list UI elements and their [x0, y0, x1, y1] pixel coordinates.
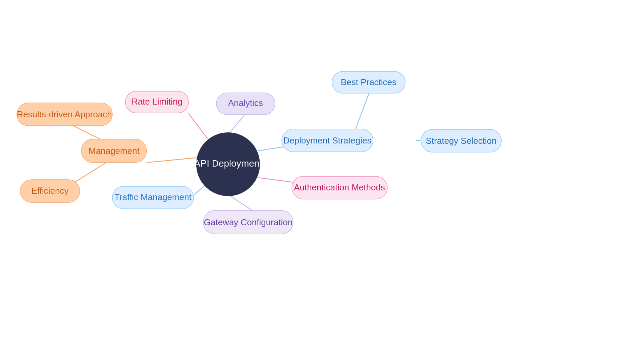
strategy-selection-label: Strategy Selection [426, 136, 496, 146]
svg-line-1 [189, 113, 208, 139]
svg-line-0 [228, 115, 245, 134]
authentication-methods-label: Authentication Methods [294, 182, 385, 192]
svg-line-7 [356, 93, 369, 129]
efficiency-label: Efficiency [32, 186, 69, 196]
svg-line-4 [228, 194, 253, 211]
analytics-label: Analytics [228, 98, 263, 108]
best-practices-label: Best Practices [341, 77, 396, 87]
svg-line-2 [147, 158, 199, 163]
center-label: API Deployment [194, 158, 262, 169]
mindmap-diagram: API Deployment Analytics Rate Limiting M… [0, 0, 644, 362]
gateway-configuration-label: Gateway Configuration [204, 217, 292, 227]
deployment-strategies-label: Deployment Strategies [283, 135, 371, 145]
traffic-management-label: Traffic Management [114, 192, 192, 202]
rate-limiting-label: Rate Limiting [131, 97, 182, 107]
results-driven-label: Results-driven Approach [17, 109, 112, 119]
management-label: Management [89, 146, 140, 156]
